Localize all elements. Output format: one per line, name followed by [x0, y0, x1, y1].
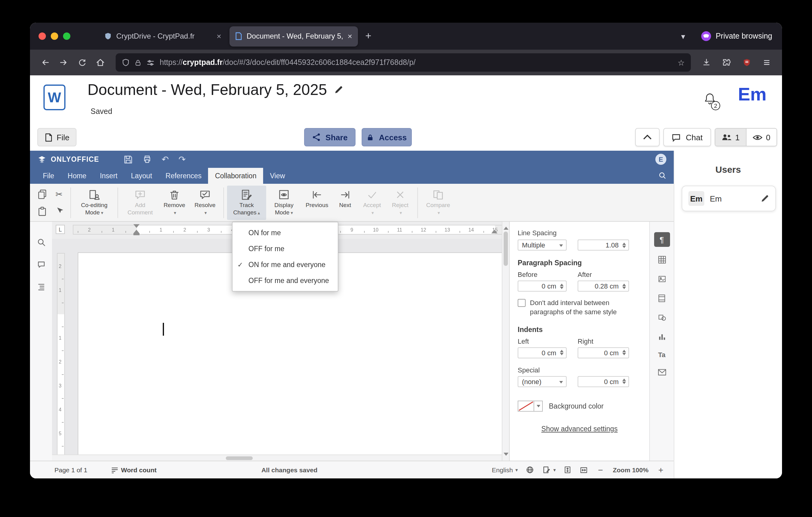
tab-stop-selector[interactable]: L — [56, 225, 65, 234]
edit-user-pencil-icon[interactable] — [761, 194, 769, 203]
table-settings-icon[interactable] — [657, 255, 667, 265]
vertical-ruler[interactable]: 21123456 — [57, 253, 65, 461]
previous-change-button[interactable]: Previous — [302, 186, 332, 220]
collapse-toolbar-button[interactable] — [635, 128, 659, 146]
share-button[interactable]: Share — [304, 128, 355, 146]
display-mode-button[interactable]: Display Mode — [266, 186, 302, 220]
print-icon[interactable] — [143, 155, 152, 164]
tab-cryptdrive[interactable]: CryptDrive - CryptPad.fr ✕ — [98, 26, 227, 46]
indent-right-input[interactable]: 0 cm — [578, 347, 629, 358]
extensions-button[interactable] — [717, 53, 735, 72]
track-menu-item-off-for-me[interactable]: OFF for me — [233, 241, 338, 257]
viewers-count[interactable]: 0 — [747, 129, 777, 146]
accept-change-button[interactable]: Accept — [358, 186, 386, 220]
menu-tab-insert[interactable]: Insert — [93, 168, 124, 184]
editor-search-icon[interactable] — [659, 171, 666, 180]
background-color-dropdown-icon[interactable] — [534, 400, 543, 411]
forward-button[interactable] — [55, 53, 73, 72]
track-menu-item-off-for-me-and-everyone[interactable]: OFF for me and everyone — [233, 273, 338, 289]
find-icon[interactable] — [36, 238, 46, 247]
menu-tab-home[interactable]: Home — [61, 168, 93, 184]
permissions-icon[interactable] — [146, 58, 155, 66]
background-color-button[interactable] — [518, 400, 543, 411]
track-menu-item-on-for-me[interactable]: ON for me — [233, 225, 338, 241]
tab-document[interactable]: Document - Wed, February 5, 2 ✕ — [229, 26, 358, 46]
coediting-mode-button[interactable]: Co-editing Mode — [74, 186, 114, 220]
zoom-in-button[interactable]: + — [657, 465, 665, 475]
menu-tab-layout[interactable]: Layout — [124, 168, 159, 184]
paragraph-settings-icon[interactable]: ¶ — [654, 232, 670, 247]
connection-lock-icon[interactable] — [135, 58, 141, 66]
language-selector[interactable]: English ▾ — [492, 466, 518, 473]
user-list-item[interactable]: Em Em — [682, 186, 776, 211]
line-spacing-select[interactable]: Multiple — [518, 240, 567, 250]
remove-comment-button[interactable]: Remove — [159, 186, 190, 220]
menu-tab-file[interactable]: File — [36, 168, 61, 184]
close-window-button[interactable] — [38, 32, 46, 40]
right-indent-marker[interactable] — [491, 230, 497, 234]
editors-count[interactable]: 1 — [715, 129, 746, 146]
spacing-after-input[interactable]: 0.28 cm — [578, 280, 629, 292]
hanging-indent-marker[interactable] — [134, 230, 140, 234]
scroll-down-arrow[interactable] — [503, 453, 509, 458]
ublock-origin-button[interactable] — [737, 53, 756, 72]
chart-settings-icon[interactable] — [657, 332, 667, 341]
bookmark-star-icon[interactable]: ☆ — [678, 58, 685, 67]
minimize-window-button[interactable] — [51, 32, 58, 40]
navigation-headings-icon[interactable] — [36, 282, 46, 291]
advanced-settings-link[interactable]: Show advanced settings — [518, 425, 641, 432]
edit-title-pencil-icon[interactable] — [335, 85, 344, 94]
left-indent-marker[interactable] — [134, 234, 140, 235]
save-icon[interactable] — [124, 155, 133, 164]
track-menu-item-on-for-me-and-everyone[interactable]: ✓ON for me and everyone — [233, 257, 338, 273]
select-all-button[interactable] — [51, 203, 67, 219]
vertical-scrollbar[interactable] — [502, 222, 509, 461]
fit-width-icon[interactable] — [580, 466, 588, 474]
menu-tab-references[interactable]: References — [159, 168, 208, 184]
comments-panel-icon[interactable] — [36, 260, 46, 269]
downloads-button[interactable] — [697, 53, 715, 72]
undo-icon[interactable]: ↶ — [162, 154, 169, 164]
header-footer-settings-icon[interactable] — [657, 293, 666, 303]
image-settings-icon[interactable] — [657, 274, 667, 283]
tracking-protection-shield-icon[interactable] — [122, 58, 130, 67]
access-button[interactable]: Access — [361, 128, 412, 146]
indent-left-input[interactable]: 0 cm — [518, 347, 567, 358]
first-line-indent-marker[interactable] — [134, 224, 140, 228]
redo-icon[interactable]: ↷ — [179, 154, 186, 164]
shape-settings-icon[interactable] — [657, 313, 667, 322]
page-indicator[interactable]: Page 1 of 1 — [55, 466, 87, 473]
track-changes-button[interactable]: Track Changes — [227, 186, 266, 220]
reject-change-button[interactable]: Reject — [386, 186, 414, 220]
next-change-button[interactable]: Next — [332, 186, 358, 220]
interval-checkbox[interactable] — [518, 299, 526, 307]
new-tab-button[interactable]: + — [365, 30, 371, 42]
account-avatar[interactable]: Em — [738, 84, 766, 105]
copy-button[interactable] — [34, 186, 50, 202]
chat-button[interactable]: Chat — [663, 128, 711, 146]
paste-button[interactable] — [34, 203, 50, 219]
cut-button[interactable]: ✂ — [51, 186, 67, 202]
add-comment-button[interactable]: Add Comment — [121, 186, 159, 220]
document-title[interactable]: Document - Wed, February 5, 2025 — [87, 81, 344, 99]
compare-button[interactable]: Compare — [421, 186, 455, 220]
spacing-before-input[interactable]: 0 cm — [518, 280, 567, 292]
menu-button[interactable]: ≡ — [757, 53, 776, 72]
url-bar[interactable]: https://cryptpad.fr/doc/#/3/doc/edit/ff0… — [116, 53, 691, 72]
spellcheck-globe-icon[interactable] — [526, 466, 534, 474]
special-number[interactable]: 0 cm — [578, 376, 629, 387]
zoom-level[interactable]: Zoom 100% — [613, 466, 648, 473]
reload-button[interactable] — [73, 53, 91, 72]
horizontal-scrollbar[interactable] — [52, 455, 502, 461]
special-select[interactable]: (none) — [518, 376, 567, 387]
interval-checkbox-row[interactable]: Don't add interval between paragraphs of… — [518, 298, 638, 317]
track-changes-status-button[interactable]: ▾ — [543, 466, 556, 474]
resolve-button[interactable]: Resolve — [190, 186, 220, 220]
mail-merge-icon[interactable] — [657, 368, 667, 376]
back-button[interactable] — [36, 53, 55, 72]
zoom-window-button[interactable] — [63, 32, 70, 40]
close-tab-icon[interactable]: ✕ — [216, 33, 222, 39]
close-tab-icon[interactable]: ✕ — [347, 33, 352, 39]
vertical-scroll-thumb[interactable] — [503, 232, 508, 266]
horizontal-scroll-thumb[interactable] — [226, 456, 253, 460]
